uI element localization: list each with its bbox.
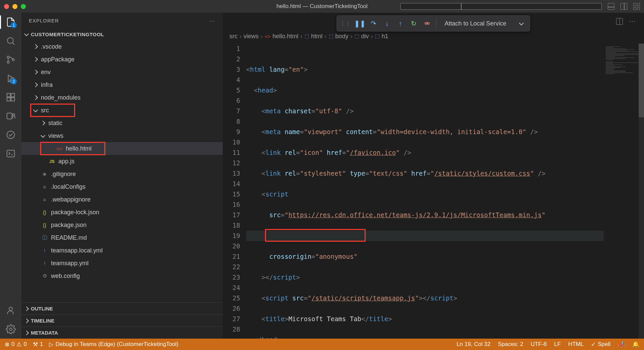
outline-section[interactable]: OUTLINE bbox=[21, 302, 223, 314]
status-language[interactable]: HTML bbox=[568, 341, 584, 348]
breadcrumb-item[interactable]: ⬚div bbox=[355, 33, 369, 40]
restart-icon[interactable]: ↻ bbox=[409, 19, 418, 28]
folder-infra[interactable]: infra bbox=[21, 78, 223, 91]
step-over-icon[interactable]: ↷ bbox=[369, 19, 378, 28]
scrollbar[interactable] bbox=[639, 44, 644, 339]
step-into-icon[interactable]: ↓ bbox=[382, 19, 391, 28]
info-file-icon: ⓘ bbox=[41, 235, 48, 241]
debug-icon: ▷ bbox=[49, 341, 53, 348]
chevron-down-icon bbox=[24, 31, 29, 36]
toggle-panel-icon[interactable] bbox=[608, 3, 614, 10]
status-problems[interactable]: ⊗0⚠0 bbox=[5, 341, 27, 348]
debug-config-select[interactable]: Attach to Local Service bbox=[441, 20, 526, 27]
error-icon: ⊗ bbox=[5, 341, 9, 348]
testing-icon[interactable] bbox=[5, 129, 16, 140]
minimize-window[interactable] bbox=[12, 4, 17, 9]
file-localconfigs[interactable]: ≡.localConfigs bbox=[21, 180, 223, 193]
status-notifications[interactable]: 🔔 bbox=[632, 341, 639, 348]
file-app-js[interactable]: JSapp.js bbox=[21, 155, 223, 168]
sidebar-title: EXPLORER bbox=[29, 18, 59, 23]
line-numbers: 1234567891011121314151617181920212223242… bbox=[223, 44, 246, 339]
explorer-icon[interactable]: 1 bbox=[5, 17, 16, 27]
chevron-right-icon bbox=[24, 330, 29, 335]
folder-env[interactable]: env bbox=[21, 66, 223, 78]
step-out-icon[interactable]: ↑ bbox=[396, 19, 405, 28]
html-file-icon: <> bbox=[265, 34, 271, 39]
minimap[interactable] bbox=[604, 44, 644, 339]
extensions-icon[interactable] bbox=[5, 92, 16, 103]
timeline-section[interactable]: TIMELINE bbox=[21, 314, 223, 327]
customize-layout-icon[interactable] bbox=[633, 3, 640, 10]
svg-rect-9 bbox=[7, 98, 10, 101]
file-gitignore[interactable]: ◈.gitignore bbox=[21, 168, 223, 180]
folder-src[interactable]: src bbox=[21, 104, 223, 117]
more-actions-icon[interactable]: ··· bbox=[630, 18, 636, 24]
settings-icon[interactable] bbox=[5, 324, 16, 335]
file-hello-html[interactable]: <>hello.html bbox=[21, 142, 223, 155]
file-teamsapp-local[interactable]: !teamsapp.local.yml bbox=[21, 244, 223, 257]
layout-controls bbox=[400, 3, 640, 10]
folder-views[interactable]: views bbox=[21, 129, 223, 142]
metadata-section[interactable]: METADATA bbox=[21, 327, 223, 339]
folder-static[interactable]: static bbox=[21, 117, 223, 129]
terminal-icon[interactable] bbox=[5, 148, 16, 159]
svg-rect-10 bbox=[11, 98, 14, 101]
file-package-lock[interactable]: {}package-lock.json bbox=[21, 206, 223, 219]
breadcrumb-item[interactable]: ⬚html bbox=[305, 33, 323, 40]
source-control-icon[interactable] bbox=[5, 54, 16, 65]
run-debug-icon[interactable]: 2 bbox=[5, 73, 16, 84]
debug-toolbar[interactable]: ⋮⋮ ❚❚ ↷ ↓ ↑ ↻ ⚮ Attach to Local Service bbox=[336, 15, 530, 32]
file-readme[interactable]: ⓘREADME.md bbox=[21, 231, 223, 244]
explorer-sidebar: EXPLORER ··· CUSTOMERTICKETINGTOOL .vsco… bbox=[21, 13, 223, 339]
tools-icon: ⚒ bbox=[33, 341, 38, 348]
status-eol[interactable]: LF bbox=[554, 341, 561, 348]
element-icon: ⬚ bbox=[329, 33, 333, 39]
project-header[interactable]: CUSTOMERTICKETINGTOOL bbox=[21, 28, 223, 40]
more-icon[interactable]: ··· bbox=[209, 18, 215, 23]
status-spaces[interactable]: Spaces: 2 bbox=[498, 341, 523, 348]
maximize-window[interactable] bbox=[21, 4, 26, 9]
project-name: CUSTOMERTICKETINGTOOL bbox=[31, 32, 104, 37]
chevron-right-icon bbox=[33, 70, 38, 74]
status-debug[interactable]: ▷Debug in Teams (Edge) (CustomerTicketin… bbox=[49, 341, 178, 348]
file-package-json[interactable]: {}package.json bbox=[21, 219, 223, 231]
breadcrumb-item[interactable]: ⬚body bbox=[329, 33, 348, 40]
folder-appPackage[interactable]: appPackage bbox=[21, 53, 223, 66]
status-feedback[interactable]: 📣 bbox=[618, 341, 625, 348]
breadcrumb-item[interactable]: views bbox=[244, 33, 259, 40]
split-editor-icon[interactable] bbox=[616, 18, 623, 25]
status-ports[interactable]: ⚒1 bbox=[33, 341, 43, 348]
status-encoding[interactable]: UTF-8 bbox=[531, 341, 547, 348]
svg-point-12 bbox=[13, 114, 15, 116]
toggle-secondary-sidebar-icon[interactable] bbox=[621, 3, 627, 10]
status-cursor[interactable]: Ln 19, Col 32 bbox=[457, 341, 490, 348]
drag-handle-icon[interactable]: ⋮⋮ bbox=[340, 20, 351, 27]
chevron-down-icon bbox=[41, 133, 45, 137]
file-webappignore[interactable]: ≡.webappignore bbox=[21, 193, 223, 206]
disconnect-icon[interactable]: ⚮ bbox=[423, 19, 431, 28]
search-icon[interactable] bbox=[5, 36, 16, 46]
svg-point-0 bbox=[7, 38, 13, 44]
window-controls bbox=[4, 4, 26, 9]
status-spell[interactable]: ✓Spell bbox=[591, 341, 610, 348]
chevron-down-icon bbox=[519, 20, 524, 25]
editor: ⋮⋮ ❚❚ ↷ ↓ ↑ ↻ ⚮ Attach to Local Service … bbox=[223, 13, 644, 339]
breadcrumb-item[interactable]: ⬚h1 bbox=[375, 33, 388, 40]
folder-node-modules[interactable]: node_modules bbox=[21, 91, 223, 104]
breadcrumb-item[interactable]: <>hello.html bbox=[265, 33, 299, 40]
folder-vscode[interactable]: .vscode bbox=[21, 40, 223, 53]
code-content[interactable]: <html lang="en"> <head> <meta charset="u… bbox=[246, 44, 604, 339]
close-window[interactable] bbox=[4, 4, 9, 9]
svg-rect-7 bbox=[7, 94, 10, 97]
file-teamsapp[interactable]: !teamsapp.yml bbox=[21, 257, 223, 270]
pause-icon[interactable]: ❚❚ bbox=[356, 19, 364, 28]
breadcrumb-item[interactable]: src bbox=[229, 33, 237, 40]
code-editor[interactable]: 1234567891011121314151617181920212223242… bbox=[223, 44, 644, 339]
file-webconfig[interactable]: ⚙web.config bbox=[21, 270, 223, 282]
svg-line-1 bbox=[12, 43, 14, 45]
teams-toolkit-icon[interactable] bbox=[5, 111, 16, 121]
svg-rect-11 bbox=[7, 113, 12, 119]
accounts-icon[interactable] bbox=[5, 305, 16, 316]
element-icon: ⬚ bbox=[375, 33, 380, 39]
toggle-primary-sidebar-icon[interactable] bbox=[400, 3, 602, 10]
